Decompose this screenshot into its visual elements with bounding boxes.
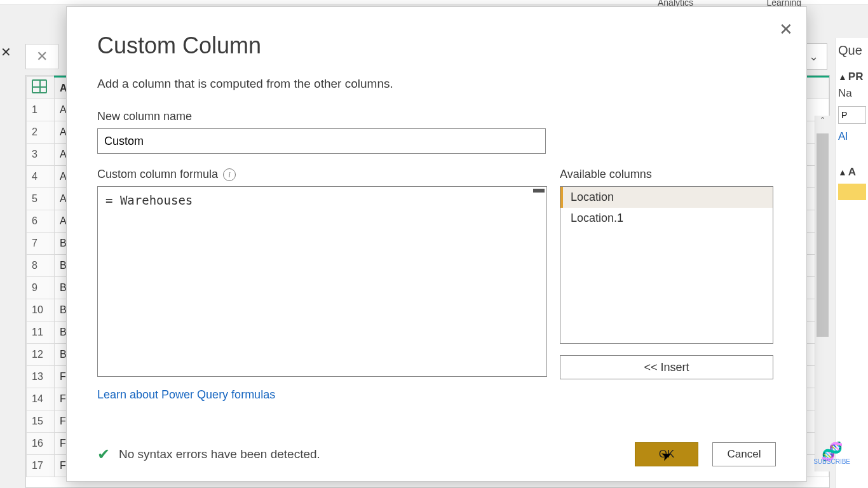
cancel-button[interactable]: Cancel bbox=[712, 442, 776, 466]
applied-steps-heading[interactable]: ▲A bbox=[838, 166, 865, 179]
close-icon[interactable]: ✕ bbox=[775, 18, 797, 41]
info-icon[interactable]: i bbox=[223, 168, 236, 181]
queries-heading: Que bbox=[838, 43, 865, 58]
available-column-item[interactable]: Location bbox=[560, 187, 773, 208]
syntax-status: ✔ No syntax errors have been detected. bbox=[97, 445, 320, 463]
ok-button[interactable]: OK ➤ bbox=[635, 442, 698, 466]
ribbon-strip bbox=[0, 0, 868, 5]
dialog-title: Custom Column bbox=[97, 32, 776, 59]
properties-heading[interactable]: ▲PR bbox=[838, 71, 865, 83]
available-column-item[interactable]: Location.1 bbox=[560, 208, 773, 229]
panel-collapse-icon[interactable]: ✕ bbox=[0, 44, 11, 61]
insert-button[interactable]: << Insert bbox=[560, 355, 773, 379]
new-column-name-input[interactable] bbox=[97, 128, 546, 154]
syntax-status-text: No syntax errors have been detected. bbox=[119, 447, 320, 461]
all-properties-link[interactable]: Al bbox=[838, 130, 865, 143]
scroll-up-icon[interactable]: ˄ bbox=[815, 116, 830, 132]
dialog-subtitle: Add a column that is computed from the o… bbox=[97, 77, 776, 91]
formula-textarea[interactable] bbox=[97, 186, 547, 377]
formula-cancel-icon[interactable]: ✕ bbox=[25, 44, 58, 69]
scroll-thumb[interactable] bbox=[817, 133, 829, 337]
formula-label: Custom column formula i bbox=[97, 168, 547, 181]
available-columns-list[interactable]: Location Location.1 bbox=[560, 186, 773, 344]
name-label: Na bbox=[838, 87, 865, 100]
vertical-scrollbar[interactable]: ˄ bbox=[815, 116, 830, 471]
formula-resize-handle[interactable] bbox=[533, 189, 545, 193]
applied-step-selected[interactable] bbox=[838, 184, 866, 200]
learn-link[interactable]: Learn about Power Query formulas bbox=[97, 388, 275, 402]
check-icon: ✔ bbox=[97, 445, 110, 463]
table-icon[interactable] bbox=[27, 77, 55, 99]
available-columns-label: Available columns bbox=[560, 168, 773, 181]
custom-column-dialog: ✕ Custom Column Add a column that is com… bbox=[66, 6, 807, 482]
new-column-name-label: New column name bbox=[97, 110, 776, 123]
query-name-input[interactable] bbox=[838, 106, 866, 124]
query-settings-panel: Que ▲PR Na Al ▲A bbox=[835, 38, 868, 488]
